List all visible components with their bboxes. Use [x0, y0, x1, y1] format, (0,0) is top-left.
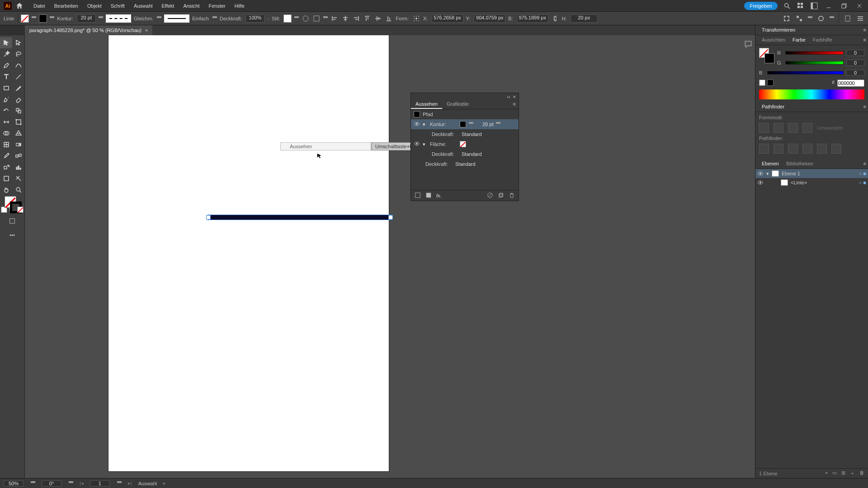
brush-profile-dd[interactable]	[212, 16, 217, 21]
isolate-icon[interactable]	[783, 14, 791, 23]
panel-menu-icon[interactable]: ≡	[510, 99, 519, 109]
rectangle-tool[interactable]	[0, 82, 12, 94]
visibility-icon[interactable]	[757, 170, 764, 177]
align-to-dd[interactable]	[323, 16, 328, 21]
menu-auswahl[interactable]: Auswahl	[129, 0, 157, 12]
lasso-tool[interactable]	[12, 48, 24, 60]
direct-selection-tool[interactable]	[12, 37, 24, 48]
appearance-stroke-row[interactable]: ▾ Kontur: 20 pt	[411, 119, 519, 129]
white-swatch[interactable]	[759, 80, 765, 86]
b-slider[interactable]	[767, 71, 844, 75]
w-value[interactable]: 975.1899 px	[517, 14, 548, 23]
transform-ref-icon[interactable]	[412, 14, 420, 23]
style-swatch[interactable]	[283, 14, 292, 23]
menu-hilfe[interactable]: Hilfe	[230, 0, 249, 12]
stroke-weight-dd[interactable]	[99, 16, 103, 21]
tab-appearance[interactable]: Aussehen	[411, 99, 442, 109]
g-slider[interactable]	[785, 61, 844, 65]
pen-tool[interactable]	[0, 60, 12, 71]
edit-similar-icon[interactable]	[795, 14, 803, 23]
row-opacity-value[interactable]: Standard	[462, 131, 482, 137]
search-icon[interactable]	[783, 2, 791, 10]
tab-colorguide[interactable]: Farbhilfe	[809, 35, 836, 45]
tab-align[interactable]: Ausrichten	[758, 35, 789, 45]
stroke-row-swatch[interactable]	[460, 121, 466, 127]
appearance-fill-opacity[interactable]: Deckkraft: Standard	[411, 149, 519, 159]
color-mode-none[interactable]	[17, 206, 24, 213]
selection-tool[interactable]	[0, 37, 12, 48]
comments-icon[interactable]	[741, 35, 755, 53]
toolbox-overflow-icon[interactable]: •••	[0, 229, 24, 240]
crop-icon[interactable]	[802, 144, 812, 154]
share-button[interactable]: Freigeben	[744, 2, 778, 10]
expand-icon[interactable]: ▾	[766, 171, 769, 177]
window-restore[interactable]	[839, 2, 849, 9]
x-value[interactable]: 576.2658 px	[432, 14, 463, 23]
layer-name[interactable]: Ebene 1	[782, 171, 800, 176]
rotate-dd[interactable]	[69, 481, 73, 486]
preferences-dd[interactable]	[830, 16, 834, 21]
unite-icon[interactable]	[759, 123, 769, 133]
brush-profile[interactable]	[164, 14, 189, 23]
shaper-tool[interactable]	[0, 94, 12, 105]
menu-ansicht[interactable]: Ansicht	[179, 0, 204, 12]
new-sublayer-icon[interactable]: ⊞	[841, 470, 845, 477]
tab-layers[interactable]: Ebenen	[758, 159, 783, 169]
appearance-panel[interactable]: ‹‹ × Aussehen Grafikstile ≡ Pfad ▾ Kontu…	[410, 93, 519, 201]
clear-appearance-icon[interactable]	[487, 192, 493, 199]
zoom-dd[interactable]	[31, 481, 35, 486]
artboard[interactable]: Aussehen Umschalttaste+F6	[108, 35, 389, 471]
tab-libraries[interactable]: Bibliotheken	[783, 159, 817, 169]
eyedropper-tool[interactable]	[0, 150, 12, 161]
trim-icon[interactable]	[774, 144, 783, 154]
preferences-icon[interactable]	[817, 14, 825, 23]
rotate-field[interactable]	[42, 480, 61, 487]
object-name[interactable]: <Linie>	[791, 180, 807, 185]
layer-row[interactable]: ▾ Ebene 1 ○ ■	[755, 169, 868, 178]
fill-dd[interactable]	[32, 16, 36, 21]
align-hcenter-icon[interactable]	[341, 14, 349, 23]
delete-item-icon[interactable]	[509, 192, 515, 199]
exclude-icon[interactable]	[802, 123, 812, 133]
slice-tool[interactable]	[12, 173, 24, 184]
visibility-icon[interactable]	[414, 141, 420, 148]
align-bottom-icon[interactable]	[385, 14, 393, 23]
style-dd[interactable]	[294, 16, 299, 21]
y-value[interactable]: 904.0759 px	[474, 14, 505, 23]
eraser-tool[interactable]	[12, 94, 24, 105]
stroke-weight[interactable]: 20 pt	[77, 14, 96, 23]
tab-graphic-styles[interactable]: Grafikstile	[442, 99, 473, 109]
arrange-icon[interactable]	[797, 2, 805, 10]
spectrum-bar[interactable]	[759, 89, 864, 99]
link-wh-icon[interactable]	[551, 14, 559, 23]
h-value[interactable]: 20 px	[571, 14, 598, 23]
stroke-row-swatch-dd[interactable]	[469, 122, 473, 127]
window-minimize[interactable]	[824, 2, 834, 9]
appearance-stroke-opacity[interactable]: Deckkraft: Standard	[411, 129, 519, 139]
document-tab[interactable]: paragraph-1485228.png* @ 50 % (RGB/Vorsc…	[25, 25, 152, 35]
recolor-icon[interactable]	[302, 14, 310, 23]
new-layer-icon[interactable]: ＋	[850, 470, 855, 477]
workspace-icon[interactable]	[810, 2, 818, 10]
layer-row[interactable]: <Linie> ○ ■	[755, 178, 868, 187]
align-left-icon[interactable]	[330, 14, 339, 23]
panel-collapse-icon[interactable]: ‹‹	[507, 94, 510, 99]
fill-swatch[interactable]	[21, 14, 29, 23]
opacity-value[interactable]: 100%	[245, 14, 264, 23]
scale-tool[interactable]	[12, 105, 24, 116]
free-transform-tool[interactable]	[12, 116, 24, 127]
panel-close-icon[interactable]: ×	[513, 94, 516, 99]
intersect-icon[interactable]	[788, 123, 798, 133]
artboard-tool[interactable]	[0, 173, 12, 184]
add-effect-icon[interactable]: fx.	[436, 193, 442, 198]
perspective-grid-tool[interactable]	[12, 127, 24, 139]
align-vcenter-icon[interactable]	[374, 14, 382, 23]
paintbrush-tool[interactable]	[12, 82, 24, 94]
minus-front-icon[interactable]	[774, 123, 783, 133]
curvature-tool[interactable]	[12, 60, 24, 71]
edit-similar-dd[interactable]	[808, 16, 812, 21]
zoom-tool[interactable]	[12, 184, 24, 195]
tab-color[interactable]: Farbe	[789, 35, 809, 45]
home-icon[interactable]	[15, 2, 24, 10]
symbol-sprayer-tool[interactable]	[0, 161, 12, 173]
